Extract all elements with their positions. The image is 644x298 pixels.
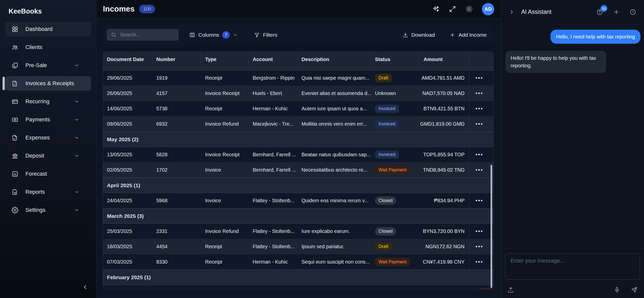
- sidebar-item-label: Forecast: [25, 171, 47, 177]
- cell-actions: •••: [469, 254, 489, 269]
- composer-right-actions: [613, 286, 638, 293]
- sidebar-item-forecast[interactable]: Forecast: [5, 167, 91, 181]
- sparkles-icon[interactable]: [432, 5, 440, 13]
- cell-description: Beatae natus quibusdam sap...: [297, 147, 371, 162]
- column-header-description[interactable]: Description: [297, 52, 371, 67]
- cell-description: Eveniet alias et assumenda d...: [297, 86, 371, 101]
- mic-icon[interactable]: [613, 286, 621, 293]
- sidebar-item-invoices-receipts[interactable]: Invoices & Receipts: [5, 76, 91, 91]
- table-row[interactable]: 07/03/20258330ReceiptHerman - KuhicSequi…: [103, 254, 494, 270]
- row-actions-button[interactable]: •••: [475, 121, 483, 127]
- cell-status: Invoiced: [371, 101, 420, 116]
- cell-number: 4157: [152, 86, 201, 101]
- sidebar-item-clients[interactable]: Clients: [5, 40, 91, 55]
- columns-button[interactable]: Columns 7: [189, 31, 238, 39]
- new-chat-icon[interactable]: [613, 9, 620, 16]
- row-actions-button[interactable]: •••: [475, 90, 483, 96]
- status-badge: Draft: [375, 74, 392, 82]
- column-header-account[interactable]: Account: [249, 52, 297, 67]
- cell-type: Invoice Refund: [201, 224, 249, 239]
- upload-icon[interactable]: [507, 286, 514, 293]
- row-actions-button[interactable]: •••: [475, 106, 483, 112]
- cell-description: Iure explicabo earum.: [297, 224, 371, 239]
- sidebar-collapse-button[interactable]: [82, 284, 89, 290]
- row-actions-button[interactable]: •••: [475, 167, 483, 173]
- avatar[interactable]: AD: [482, 3, 494, 15]
- add-income-button[interactable]: Add Income: [449, 32, 487, 38]
- app-logo: KeeBooks: [5, 6, 91, 22]
- table-row[interactable]: 25/03/20252331Invoice RefundFlatley - St…: [103, 224, 494, 239]
- table-scrollbar-thumb[interactable]: [490, 165, 492, 288]
- chevron-down-icon: [74, 135, 80, 140]
- download-button[interactable]: Download: [402, 32, 435, 38]
- filters-label: Filters: [263, 32, 277, 38]
- column-header-amount[interactable]: Amount: [420, 52, 469, 67]
- cell-actions: •••: [469, 239, 489, 254]
- cell-account: Flatley - Stoltenb...: [249, 193, 297, 208]
- cell-actions: •••: [469, 193, 489, 208]
- column-header-number[interactable]: Number: [152, 52, 201, 67]
- sidebar-item-payments[interactable]: Payments: [5, 112, 91, 127]
- table-header-row: Document DateNumberTypeAccountDescriptio…: [103, 52, 494, 67]
- cell-status: Wait Payment: [371, 162, 420, 177]
- cell-description: Mollitia omnis vero enim err...: [297, 116, 371, 131]
- cell-amount: AMD4,781.51 AMD: [420, 70, 469, 85]
- row-actions-button[interactable]: •••: [475, 259, 483, 265]
- sidebar-item-pre-sale[interactable]: Pre-Sale: [5, 58, 91, 73]
- help-icon[interactable]: 10: [596, 9, 603, 16]
- row-actions-button[interactable]: •••: [475, 197, 483, 204]
- file-lines-icon: [12, 134, 18, 141]
- chevron-down-icon: [233, 32, 238, 37]
- table-row[interactable]: 14/06/20255738ReceiptHerman - KuhicAutem…: [103, 101, 494, 116]
- sidebar-item-reports[interactable]: Reports: [5, 185, 91, 199]
- table-row[interactable]: 09/06/20256932Invoice RefundMacejkovic -…: [103, 116, 494, 132]
- cell-type: Invoice: [201, 193, 249, 208]
- content: Columns 7 Filters Download Add Income: [96, 18, 501, 298]
- table-row[interactable]: 13/05/20255828Invoice ReceiptBernhard, F…: [103, 147, 494, 162]
- cell-description: Sequi eum suscipit non cons...: [297, 254, 371, 269]
- sun-icon[interactable]: [465, 5, 473, 13]
- cell-description: Quia nisi saepe magni quam...: [297, 70, 371, 85]
- sidebar-item-deposit[interactable]: Deposit: [5, 148, 91, 163]
- status-badge: Closed: [375, 227, 396, 235]
- status-badge: Draft: [375, 242, 392, 251]
- sidebar-item-dashboard[interactable]: Dashboard: [5, 22, 91, 36]
- users-icon: [12, 44, 18, 51]
- cell-type: Invoice Receipt: [201, 147, 249, 162]
- column-header-actions[interactable]: [469, 52, 489, 67]
- cell-document-date: 14/06/2025: [103, 101, 152, 116]
- cell-amount: TOP5,855.94 TOP: [420, 147, 469, 162]
- cell-account: Herman - Kuhic: [249, 101, 297, 116]
- column-header-status[interactable]: Status: [371, 52, 420, 67]
- status-badge: Invoiced: [375, 120, 399, 128]
- table-row[interactable]: 29/06/20251919ReceiptBergstrom - RippinQ…: [103, 70, 494, 86]
- search-input[interactable]: [120, 32, 175, 38]
- row-actions-button[interactable]: •••: [475, 152, 483, 158]
- cell-amount: TND8,945.02 TND: [420, 162, 469, 177]
- send-icon[interactable]: [631, 286, 638, 293]
- table-row[interactable]: 24/04/20255968InvoiceFlatley - Stoltenb.…: [103, 193, 494, 208]
- row-actions-button[interactable]: •••: [475, 228, 483, 234]
- message-input[interactable]: [505, 254, 640, 280]
- panel-collapse-icon[interactable]: [509, 9, 515, 15]
- bank-icon: [12, 153, 18, 159]
- cell-status: Closed: [371, 224, 420, 239]
- sidebar-item-recurring[interactable]: Recurring: [5, 94, 91, 109]
- cell-account: Huels - Ebert: [249, 86, 297, 101]
- maximize-icon[interactable]: [449, 5, 456, 13]
- table-row[interactable]: 26/06/20254157Invoice ReceiptHuels - Ebe…: [103, 86, 494, 101]
- cell-account: Flatley - Stoltenb...: [249, 239, 297, 254]
- filters-button[interactable]: Filters: [254, 32, 277, 38]
- row-actions-button[interactable]: •••: [475, 75, 483, 81]
- column-header-document-date[interactable]: Document Date: [103, 52, 152, 67]
- table-row[interactable]: 18/03/20254454ReceiptFlatley - Stoltenb.…: [103, 239, 494, 254]
- sidebar-item-settings[interactable]: Settings: [5, 203, 91, 217]
- row-actions-button[interactable]: •••: [475, 243, 483, 250]
- cell-document-date: 13/05/2025: [103, 147, 152, 162]
- table-row[interactable]: 02/05/20251702InvoiceBernhard, Farrell .…: [103, 162, 494, 178]
- file-text-icon: [12, 80, 18, 87]
- status-badge: Invoiced: [375, 105, 399, 113]
- sidebar-item-expenses[interactable]: Expenses: [5, 130, 91, 145]
- column-header-type[interactable]: Type: [201, 52, 249, 67]
- history-icon[interactable]: [629, 9, 636, 16]
